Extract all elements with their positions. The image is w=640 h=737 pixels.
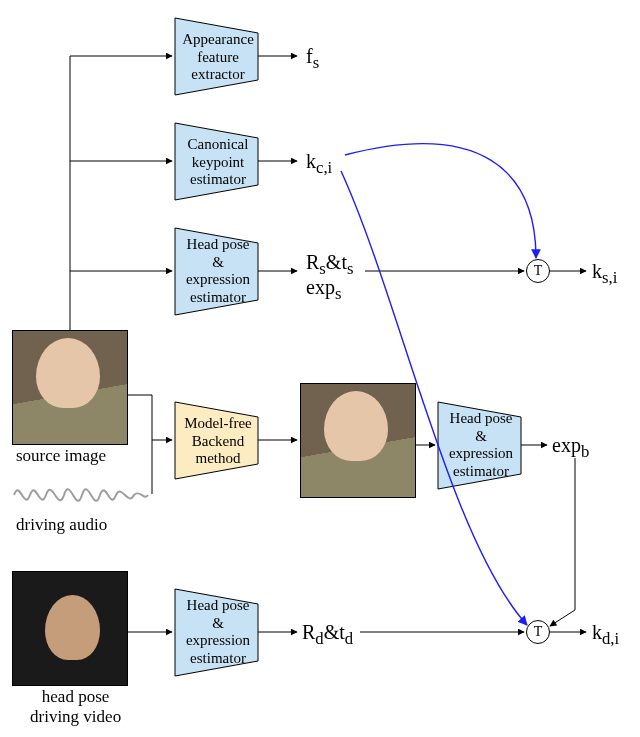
var-expb: expb [552, 434, 589, 462]
transform-op-bottom: T [526, 620, 550, 644]
transform-op-top: T [526, 259, 550, 283]
transform-op-bottom-label: T [534, 624, 543, 640]
svg-line-20 [550, 610, 575, 626]
var-fs: fs [306, 45, 319, 73]
var-kdi: kd,i [592, 621, 619, 649]
head-pose-video-caption: head posedriving video [30, 687, 121, 727]
var-Rs-ts: Rs&ts [306, 251, 353, 279]
head-pose-video-frame [12, 571, 128, 686]
source-image [12, 330, 128, 445]
transform-op-top-label: T [534, 263, 543, 279]
source-image-caption: source image [16, 446, 106, 466]
diagram-root: Appearancefeatureextractor Canonicalkeyp… [0, 0, 640, 737]
var-Rd-td: Rd&td [302, 621, 353, 649]
pose-expr-bottom-label: Head pose&expressionestimator [180, 597, 256, 668]
pose-expr-top-label: Head pose&expressionestimator [180, 236, 256, 307]
var-ksi: ks,i [592, 260, 617, 288]
var-exps: exps [306, 276, 341, 304]
var-kci: kc,i [306, 150, 332, 178]
backend-label: Model-freeBackendmethod [180, 415, 256, 468]
appearance-extractor-label: Appearancefeatureextractor [180, 31, 256, 84]
pose-expr-mid-label: Head pose&expressionestimator [443, 410, 519, 481]
generated-frame [300, 383, 416, 498]
driving-audio-waveform-icon [12, 477, 150, 513]
driving-audio-caption: driving audio [16, 515, 107, 535]
canonical-kp-label: Canonicalkeypointestimator [180, 136, 256, 189]
